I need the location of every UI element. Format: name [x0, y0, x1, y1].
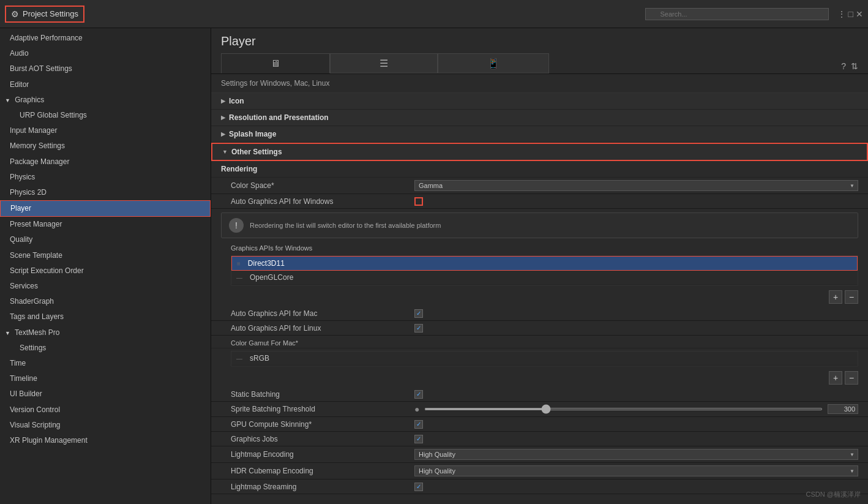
sidebar-item-label: Preset Manager [10, 220, 62, 228]
sidebar-item-script-execution[interactable]: Script Execution Order [0, 263, 211, 279]
help-icon[interactable]: ? [841, 61, 846, 71]
sidebar-item-label: Physics 2D [10, 188, 47, 197]
sprite-batching-input[interactable] [828, 404, 858, 414]
color-space-dropdown-wrapper: Gamma Linear [414, 180, 858, 191]
lightmap-streaming-checkbox[interactable] [414, 483, 423, 491]
close-icon[interactable]: ✕ [856, 9, 863, 19]
api-list-item-openglcore[interactable]: — OpenGLCore [231, 271, 858, 285]
color-gamut-list: — sRGB [231, 351, 858, 366]
sidebar-item-label: TextMesh Pro [15, 328, 59, 337]
add-windows-api-button[interactable]: + [829, 290, 842, 304]
layout-icon[interactable]: ⇅ [851, 61, 858, 71]
arrow-down-icon: ▼ [5, 329, 10, 337]
gpu-compute-skinning-label: GPU Compute Skinning* [231, 420, 414, 429]
sidebar-item-textmesh-pro[interactable]: ▼ TextMesh Pro [0, 325, 211, 340]
sprite-batching-value: ● [414, 404, 858, 414]
android-icon: 📱 [487, 58, 499, 69]
sidebar-item-memory-settings[interactable]: Memory Settings [0, 138, 211, 154]
graphics-jobs-checkbox[interactable] [414, 435, 423, 443]
sprite-batching-slider[interactable] [424, 408, 823, 410]
section-splash-image[interactable]: ▶ Splash Image [211, 126, 868, 143]
hdr-cubemap-encoding-row: HDR Cubemap Encoding High Quality Normal… [211, 463, 868, 480]
remove-windows-api-button[interactable]: − [845, 290, 858, 304]
api-list-item-direct3d11[interactable]: ≡ Direct3D11 [231, 256, 858, 271]
auto-graphics-windows-checkbox[interactable] [414, 197, 423, 206]
sidebar-item-ui-builder[interactable]: UI Builder [0, 386, 211, 402]
color-gamut-label: sRGB [250, 354, 269, 363]
sidebar-item-label: UI Builder [10, 389, 42, 398]
hdr-cubemap-dropdown[interactable]: High Quality Normal Quality Low Quality [414, 465, 858, 476]
chevron-right-icon: ▶ [221, 98, 225, 104]
sidebar-item-input-manager[interactable]: Input Manager [0, 123, 211, 138]
gpu-compute-skinning-checkbox[interactable] [414, 420, 423, 429]
menu-icon[interactable]: ⋮ [837, 9, 846, 19]
drag-handle-icon: — [236, 274, 242, 281]
static-batching-checkbox[interactable] [414, 390, 423, 399]
sprite-batching-label: Sprite Batching Threshold [231, 405, 414, 413]
sidebar-item-label: Tags and Layers [10, 312, 64, 321]
color-space-value: Gamma Linear [414, 180, 858, 191]
title-bar-title-box: ⚙ Project Settings [5, 6, 84, 23]
sidebar-item-urp-global[interactable]: URP Global Settings [0, 108, 211, 123]
sidebar-item-audio[interactable]: Audio [0, 46, 211, 61]
rendering-title: Rendering [211, 161, 868, 178]
sidebar-item-settings[interactable]: Settings [0, 340, 211, 356]
graphics-jobs-value [414, 435, 858, 443]
sidebar-item-physics-2d[interactable]: Physics 2D [0, 185, 211, 200]
scrollable-content[interactable]: Settings for Windows, Mac, Linux ▶ Icon … [211, 74, 868, 504]
sidebar-item-package-manager[interactable]: Package Manager [0, 154, 211, 170]
sidebar-item-time[interactable]: Time [0, 356, 211, 371]
sidebar-item-graphics[interactable]: ▼ Graphics [0, 92, 211, 108]
section-icon[interactable]: ▶ Icon [211, 93, 868, 110]
sidebar-item-editor[interactable]: Editor [0, 77, 211, 92]
graphics-jobs-label: Graphics Jobs [231, 435, 414, 443]
graphics-apis-windows-title: Graphics APIs for Windows [211, 242, 868, 253]
section-resolution[interactable]: ▶ Resolution and Presentation [211, 110, 868, 126]
sidebar-item-label: Timeline [10, 374, 37, 383]
search-input[interactable] [645, 8, 829, 20]
drag-handle-icon: ≡ [237, 260, 241, 267]
sidebar-item-burst-aot[interactable]: Burst AOT Settings [0, 61, 211, 77]
api-item-label: OpenGLCore [250, 273, 293, 282]
remove-color-gamut-button[interactable]: − [845, 371, 858, 385]
arrow-down-icon: ▼ [5, 96, 10, 105]
lightmap-encoding-value: High Quality Normal Quality Low Quality [414, 449, 858, 460]
sidebar-item-preset-manager[interactable]: Preset Manager [0, 217, 211, 232]
add-color-gamut-button[interactable]: + [829, 371, 842, 385]
settings-for-text: Settings for Windows, Mac, Linux [211, 74, 868, 93]
lightmap-encoding-row: Lightmap Encoding High Quality Normal Qu… [211, 446, 868, 463]
color-gamut-item-srgb[interactable]: — sRGB [231, 352, 858, 366]
auto-graphics-windows-row: Auto Graphics API for Windows [211, 194, 868, 209]
warning-text: Reordering the list will switch editor t… [250, 222, 441, 229]
color-space-dropdown[interactable]: Gamma Linear [414, 180, 858, 191]
sidebar-item-xr-plugin[interactable]: XR Plugin Management [0, 433, 211, 448]
maximize-icon[interactable]: □ [848, 9, 853, 19]
sidebar-item-label: Memory Settings [10, 141, 65, 150]
sidebar-item-scene-template[interactable]: Scene Template [0, 248, 211, 263]
sidebar-item-adaptive-performance[interactable]: Adaptive Performance [0, 31, 211, 46]
sidebar-item-shadergraph[interactable]: ShaderGraph [0, 294, 211, 309]
auto-graphics-mac-checkbox[interactable] [414, 309, 423, 318]
sidebar-item-player[interactable]: Player [0, 200, 211, 217]
gear-icon: ⚙ [11, 9, 19, 19]
section-resolution-label: Resolution and Presentation [229, 113, 329, 122]
sidebar-item-services[interactable]: Services [0, 279, 211, 294]
sidebar-item-quality[interactable]: Quality [0, 232, 211, 247]
sidebar-item-tags-and-layers[interactable]: Tags and Layers [0, 309, 211, 325]
section-other-settings[interactable]: ▼ Other Settings [211, 143, 868, 161]
auto-graphics-linux-row: Auto Graphics API for Linux [211, 321, 868, 336]
lightmap-encoding-dropdown[interactable]: High Quality Normal Quality Low Quality [414, 449, 858, 460]
sidebar-item-version-control[interactable]: Version Control [0, 402, 211, 418]
tab-console[interactable]: ☰ [330, 53, 438, 73]
tab-android[interactable]: 📱 [438, 53, 549, 73]
sidebar-item-label: Visual Scripting [10, 421, 61, 429]
sidebar-item-physics[interactable]: Physics [0, 170, 211, 185]
auto-graphics-linux-checkbox[interactable] [414, 324, 423, 333]
sidebar-item-label: Input Manager [10, 126, 57, 135]
chevron-down-icon: ▼ [222, 149, 228, 155]
drag-handle-icon: — [236, 355, 242, 362]
sidebar-item-timeline[interactable]: Timeline [0, 371, 211, 386]
sidebar-item-visual-scripting[interactable]: Visual Scripting [0, 418, 211, 433]
warning-box: ! Reordering the list will switch editor… [221, 213, 858, 238]
tab-windows-mac-linux[interactable]: 🖥 [221, 53, 330, 73]
